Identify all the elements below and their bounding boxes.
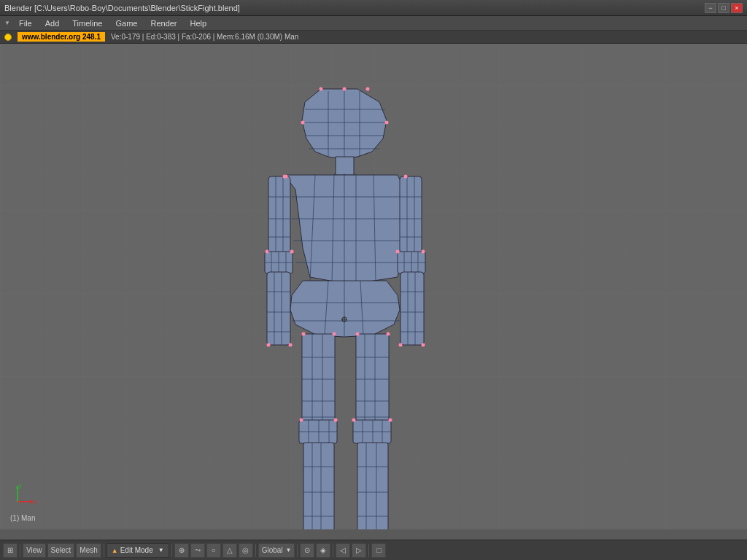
separator-6 — [333, 544, 333, 557]
svg-point-99 — [366, 88, 370, 91]
svg-marker-11 — [285, 175, 409, 284]
svg-point-98 — [320, 88, 323, 91]
view-menu-button[interactable]: View — [23, 543, 46, 558]
menu-timeline[interactable]: Timeline — [66, 18, 108, 29]
render-preview-button[interactable]: □ — [371, 543, 386, 558]
mesh-menu-button[interactable]: Mesh — [76, 543, 101, 558]
svg-point-106 — [290, 250, 294, 254]
svg-point-109 — [267, 343, 271, 347]
global-dropdown-arrow: ▼ — [286, 547, 292, 553]
menu-bar: ▼ File Add Timeline Game Render Help — [0, 16, 747, 31]
3d-model — [0, 44, 747, 529]
transform-snap-button[interactable]: △ — [222, 543, 237, 558]
grid-toggle-button[interactable]: ⊞ — [3, 543, 18, 558]
svg-point-112 — [422, 343, 425, 347]
back-button[interactable]: ◁ — [336, 543, 350, 558]
separator-1 — [20, 544, 20, 557]
svg-marker-55 — [290, 281, 400, 337]
overlay-button[interactable]: ◈ — [316, 543, 330, 558]
menu-add[interactable]: Add — [39, 18, 66, 29]
snap-button[interactable]: ⤳ — [190, 543, 205, 558]
separator-4 — [255, 544, 256, 557]
svg-rect-21 — [268, 176, 290, 253]
separator-3 — [171, 544, 172, 557]
pivot-center-button[interactable]: ⊕ — [174, 543, 189, 558]
menu-help[interactable]: Help — [185, 18, 213, 29]
axis-indicator: x y — [10, 480, 39, 509]
svg-point-97 — [343, 88, 347, 91]
svg-point-111 — [399, 343, 403, 347]
mode-icon: ▲ — [112, 547, 118, 554]
svg-rect-38 — [400, 176, 422, 253]
snap-type-button[interactable]: ◎ — [239, 543, 253, 558]
svg-point-114 — [333, 332, 336, 336]
svg-point-118 — [334, 419, 338, 422]
global-select[interactable]: Global ▼ — [258, 543, 295, 558]
menu-game[interactable]: Game — [109, 18, 143, 29]
info-dot-icon — [4, 34, 12, 41]
svg-point-101 — [385, 121, 389, 125]
menu-render[interactable]: Render — [144, 18, 182, 29]
minimize-button[interactable]: − — [705, 3, 716, 13]
title-bar: Blender [C:\Users\Robo-Boy\Documents\Ble… — [0, 0, 747, 16]
select-menu-button[interactable]: Select — [47, 543, 75, 558]
svg-rect-79 — [356, 334, 389, 421]
svg-rect-61 — [302, 334, 335, 421]
maximize-button[interactable]: □ — [718, 3, 729, 13]
svg-text:x: x — [34, 499, 37, 505]
view-shading-button[interactable]: ⊙ — [300, 543, 314, 558]
separator-2 — [104, 544, 104, 557]
svg-point-117 — [300, 419, 303, 422]
separator-7 — [368, 544, 369, 557]
menu-file[interactable]: File — [13, 18, 38, 29]
proportional-edit-button[interactable]: ○ — [206, 543, 221, 558]
svg-point-104 — [404, 175, 408, 179]
mode-label: Edit Mode — [120, 546, 153, 554]
svg-point-103 — [283, 175, 287, 179]
svg-point-120 — [389, 419, 392, 422]
svg-point-113 — [302, 332, 306, 336]
object-label: (1) Man — [10, 514, 35, 522]
svg-point-115 — [356, 332, 360, 336]
svg-rect-49 — [400, 272, 424, 345]
svg-point-108 — [422, 250, 425, 254]
menu-arrow-icon[interactable]: ▼ — [3, 18, 12, 28]
global-label: Global — [262, 546, 283, 554]
close-button[interactable]: × — [731, 3, 743, 13]
svg-rect-32 — [267, 272, 290, 345]
svg-text:y: y — [19, 482, 22, 489]
viewport-3d[interactable]: x y (1) Man — [0, 44, 747, 529]
svg-point-105 — [266, 250, 269, 254]
window-controls[interactable]: − □ × — [705, 3, 743, 13]
svg-point-107 — [396, 250, 400, 254]
svg-point-119 — [352, 419, 356, 422]
bottom-toolbar: ⊞ View Select Mesh ▲ Edit Mode ▼ ⊕ ⤳ ○ △… — [0, 540, 747, 560]
blender-url: www.blender.org 248.1 — [18, 32, 105, 42]
info-bar: www.blender.org 248.1 Ve:0-179 | Ed:0-38… — [0, 31, 747, 44]
svg-marker-133 — [31, 499, 34, 504]
svg-point-100 — [301, 121, 305, 125]
mode-dropdown-arrow: ▼ — [158, 547, 164, 553]
forward-button[interactable]: ▷ — [352, 543, 366, 558]
mode-select[interactable]: ▲ Edit Mode ▼ — [107, 543, 169, 558]
info-stats: Ve:0-179 | Ed:0-383 | Fa:0-206 | Mem:6.1… — [111, 33, 298, 41]
svg-rect-10 — [336, 157, 354, 175]
separator-5 — [297, 544, 298, 557]
svg-point-116 — [387, 332, 390, 336]
svg-point-110 — [289, 343, 293, 347]
window-title: Blender [C:\Users\Robo-Boy\Documents\Ble… — [4, 4, 240, 12]
